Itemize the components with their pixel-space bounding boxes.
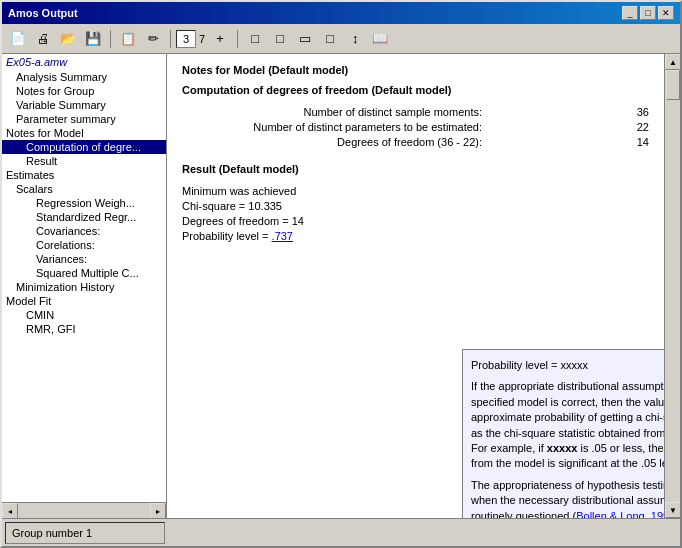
- toolbar-view-btn4[interactable]: □: [318, 28, 342, 50]
- toolbar-copy-button[interactable]: 📋: [116, 28, 140, 50]
- sidebar-item-label: Variances:: [36, 253, 87, 265]
- title-bar: Amos Output _ □ ✕: [2, 2, 680, 24]
- sidebar-item-label: Minimization History: [16, 281, 114, 293]
- toolbar-sep-2: [170, 30, 171, 48]
- status-group-label: Group number 1: [12, 527, 92, 539]
- scroll-thumb[interactable]: [666, 70, 680, 100]
- maximize-button[interactable]: □: [640, 6, 656, 20]
- window-title: Amos Output: [8, 7, 78, 19]
- tooltip-bold-word2: xxxxx: [547, 442, 578, 454]
- sidebar-item-variances[interactable]: Variances:: [2, 252, 166, 266]
- sidebar-item-variable-summary[interactable]: Variable Summary: [2, 98, 166, 112]
- tooltip-title: Probability level = xxxxx: [471, 358, 664, 373]
- sidebar-item-label: CMIN: [26, 309, 54, 321]
- sidebar-item-squared-multiple[interactable]: Squared Multiple C...: [2, 266, 166, 280]
- toolbar-print-button[interactable]: 🖨: [31, 28, 55, 50]
- sidebar-scroll-left[interactable]: ◂: [2, 503, 18, 518]
- parameters-label: Number of distinct parameters to be esti…: [202, 121, 482, 133]
- sidebar-item-correlations[interactable]: Corelations:: [2, 238, 166, 252]
- sidebar-item-label: Parameter summary: [16, 113, 116, 125]
- content-area: Notes for Model (Default model) Computat…: [167, 54, 664, 518]
- sidebar-item-reg-weights[interactable]: Regression Weigh...: [2, 196, 166, 210]
- scroll-track: [665, 70, 680, 502]
- toolbar-file-group: 📄 🖨 📂 💾: [6, 28, 105, 50]
- toolbar-sep-1: [110, 30, 111, 48]
- sidebar-item-label: Variable Summary: [16, 99, 106, 111]
- result-section: Result (Default model) Minimum was achie…: [182, 163, 649, 242]
- toolbar-view-btn2[interactable]: □: [268, 28, 292, 50]
- result-line2: Chi-square = 10.335: [182, 200, 649, 212]
- sidebar-item-std-reg-weights[interactable]: Standardized Regr...: [2, 210, 166, 224]
- sidebar-item-label: Result: [26, 155, 57, 167]
- toolbar-resize-button[interactable]: ↕: [343, 28, 367, 50]
- content-vscrollbar: ▲ ▼: [664, 54, 680, 518]
- moments-label: Number of distinct sample moments:: [202, 106, 482, 118]
- result-line3: Degrees of freedom = 14: [182, 215, 649, 227]
- toolbar-edit-button[interactable]: ✏: [141, 28, 165, 50]
- toolbar-new-button[interactable]: 📄: [6, 28, 30, 50]
- sidebar-item-model-fit[interactable]: Model Fit: [2, 294, 166, 308]
- minimize-button[interactable]: _: [622, 6, 638, 20]
- prob-link[interactable]: .737: [272, 230, 293, 242]
- sidebar-scroll-area[interactable]: Analysis Summary Notes for Group Variabl…: [2, 70, 166, 502]
- content-wrapper: Notes for Model (Default model) Computat…: [167, 54, 680, 518]
- toolbar-view-btn3[interactable]: ▭: [293, 28, 317, 50]
- toolbar-view-btn1[interactable]: □: [243, 28, 267, 50]
- window-controls: _ □ ✕: [622, 6, 674, 20]
- sidebar-item-estimates[interactable]: Estimates: [2, 168, 166, 182]
- scroll-down-button[interactable]: ▼: [665, 502, 680, 518]
- toolbar-help-button[interactable]: 📖: [368, 28, 392, 50]
- table-row-parameters: Number of distinct parameters to be esti…: [202, 121, 649, 133]
- content-heading: Notes for Model (Default model): [182, 64, 649, 76]
- sidebar-item-result[interactable]: Result: [2, 154, 166, 168]
- moments-value: 36: [619, 106, 649, 118]
- result-title: Result (Default model): [182, 163, 649, 175]
- sidebar-item-label: Notes for Group: [16, 85, 94, 97]
- toolbar-edit-group: 📋 ✏: [116, 28, 165, 50]
- tooltip-para2: The appropriateness of hypothesis testin…: [471, 478, 664, 518]
- sidebar-item-label: RMR, GFI: [26, 323, 76, 335]
- result-line1: Minimum was achieved: [182, 185, 649, 197]
- sidebar-item-label: Model Fit: [6, 295, 51, 307]
- toolbar: 📄 🖨 📂 💾 📋 ✏ 7 + □ □ ▭ □ ↕ 📖: [2, 24, 680, 54]
- toolbar-save-button[interactable]: 💾: [81, 28, 105, 50]
- computation-table: Number of distinct sample moments: 36 Nu…: [202, 106, 649, 148]
- sidebar-item-minimization-history[interactable]: Minimization History: [2, 280, 166, 294]
- toolbar-num1-input[interactable]: [176, 30, 196, 48]
- sidebar-item-notes-group[interactable]: Notes for Group: [2, 84, 166, 98]
- sidebar-item-label: Analysis Summary: [16, 71, 107, 83]
- toolbar-num-sep: 7: [199, 33, 205, 45]
- sidebar-scroll-track: [18, 503, 150, 518]
- sidebar-item-label: Squared Multiple C...: [36, 267, 139, 279]
- sidebar-item-label: Corelations:: [36, 239, 95, 251]
- sidebar-container: Ex05-a.amw Analysis Summary Notes for Gr…: [2, 54, 167, 518]
- sidebar-item-label: Scalars: [16, 183, 53, 195]
- sidebar-item-rmr-gfi[interactable]: RMR, GFI: [2, 322, 166, 336]
- sidebar-item-label: Standardized Regr...: [36, 211, 136, 223]
- close-button[interactable]: ✕: [658, 6, 674, 20]
- sidebar-item-label: Computation of degre...: [26, 141, 141, 153]
- sidebar-item-parameter-summary[interactable]: Parameter summary: [2, 112, 166, 126]
- sidebar-item-analysis-summary[interactable]: Analysis Summary: [2, 70, 166, 84]
- tooltip-para1: If the appropriate distributional assump…: [471, 379, 664, 471]
- sidebar-file-label: Ex05-a.amw: [2, 54, 166, 70]
- sidebar-item-cmin[interactable]: CMIN: [2, 308, 166, 322]
- sidebar-item-covariances[interactable]: Covariances:: [2, 224, 166, 238]
- tooltip-box: Probability level = xxxxx If the appropr…: [462, 349, 664, 518]
- scroll-up-button[interactable]: ▲: [665, 54, 680, 70]
- sidebar: Ex05-a.amw Analysis Summary Notes for Gr…: [2, 54, 166, 502]
- status-group-panel: Group number 1: [5, 522, 165, 544]
- sidebar-scroll-right[interactable]: ▸: [150, 503, 166, 518]
- sidebar-item-label: Estimates: [6, 169, 54, 181]
- tooltip-citation-link[interactable]: Bollen & Long, 1993: [576, 510, 664, 518]
- toolbar-open-button[interactable]: 📂: [56, 28, 80, 50]
- toolbar-add-button[interactable]: +: [208, 28, 232, 50]
- df-label: Degrees of freedom (36 - 22):: [202, 136, 482, 148]
- df-value: 14: [619, 136, 649, 148]
- result-line4: Probability level = .737: [182, 230, 649, 242]
- sidebar-item-scalars[interactable]: Scalars: [2, 182, 166, 196]
- sidebar-item-notes-model[interactable]: Notes for Model: [2, 126, 166, 140]
- sidebar-item-computation[interactable]: Computation of degre...: [2, 140, 166, 154]
- parameters-value: 22: [619, 121, 649, 133]
- status-bar: Group number 1: [2, 518, 680, 546]
